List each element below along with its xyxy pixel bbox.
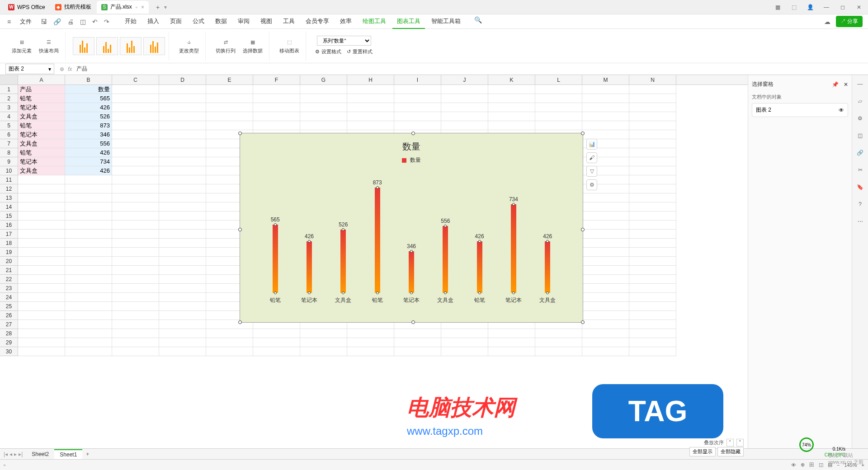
row-header[interactable]: 10 [0,166,18,175]
cell[interactable] [112,94,159,103]
cell[interactable] [112,202,159,212]
link-icon[interactable]: 🔗 [52,16,63,27]
cell[interactable] [112,148,159,157]
cell[interactable] [159,338,206,347]
cell[interactable] [65,184,112,193]
cell[interactable] [582,266,629,275]
hide-all-button[interactable]: 全部隐藏 [717,447,744,456]
cell[interactable] [65,193,112,202]
col-header[interactable]: E [206,75,253,85]
cell[interactable] [18,193,65,202]
cell[interactable] [253,121,300,130]
cell[interactable] [535,94,582,103]
row-header[interactable]: 25 [0,302,18,311]
cell[interactable] [629,166,676,175]
cell[interactable] [18,329,65,338]
cell[interactable] [629,275,676,284]
cell[interactable]: 556 [65,139,112,148]
cell[interactable] [629,311,676,320]
cell[interactable] [65,284,112,293]
first-sheet-icon[interactable]: |◂ [4,451,8,457]
cell[interactable] [629,221,676,230]
bar[interactable] [307,241,312,293]
close-icon[interactable]: × [141,4,144,10]
minimize-button[interactable]: — [821,2,832,13]
change-type-button[interactable]: ⫝ 更改类型 [176,37,202,55]
row-header[interactable]: 6 [0,130,18,139]
move-chart-button[interactable]: ⬚ 移动图表 [277,37,302,55]
cell[interactable] [582,248,629,257]
cell[interactable] [582,193,629,202]
cell[interactable] [112,157,159,166]
cell[interactable] [629,121,676,130]
cell[interactable] [206,347,253,356]
col-header[interactable]: L [535,75,582,85]
switch-rowcol-button[interactable]: ⇄ 切换行列 [213,37,238,55]
quick-layout-button[interactable]: ☰ 快速布局 [36,37,61,55]
cell[interactable] [582,293,629,302]
cell[interactable] [582,275,629,284]
select-tool-icon[interactable]: ▱ [855,96,866,107]
bar-group[interactable]: 526文具盒 [330,221,357,304]
cell[interactable] [300,112,347,121]
cell[interactable] [65,221,112,230]
cell[interactable] [159,257,206,266]
close-window-button[interactable]: ✕ [854,2,864,13]
print-preview-icon[interactable]: ◫ [78,16,88,27]
print-icon[interactable]: 🖨 [66,16,75,27]
file-menu[interactable]: 文件 [15,15,36,28]
tab-menu-icon[interactable]: ▫ [136,4,137,10]
cell[interactable] [112,248,159,257]
row-header[interactable]: 17 [0,230,18,239]
col-header[interactable]: K [488,75,535,85]
cell[interactable]: 笔记本 [18,103,65,112]
chart-title[interactable]: 数量 [240,133,583,153]
cell[interactable] [18,175,65,184]
user-avatar-icon[interactable]: 👤 [805,2,816,13]
cell[interactable] [253,338,300,347]
cell[interactable] [535,329,582,338]
col-header[interactable]: B [65,75,112,85]
cell[interactable]: 526 [65,112,112,121]
chart-elements-button[interactable]: 📊 [586,139,597,150]
bar-group[interactable]: 426文具盒 [534,233,561,304]
cell[interactable] [18,230,65,239]
add-tab-button[interactable]: + [153,3,162,12]
cell[interactable] [347,94,394,103]
cell[interactable] [18,311,65,320]
cell[interactable] [112,230,159,239]
cell[interactable] [582,239,629,248]
col-header[interactable]: M [582,75,629,85]
cell[interactable] [253,329,300,338]
cell[interactable] [65,248,112,257]
row-header[interactable]: 28 [0,329,18,338]
cell[interactable] [300,85,347,94]
cell[interactable] [65,338,112,347]
row-header[interactable]: 18 [0,239,18,248]
cell[interactable] [159,329,206,338]
cell[interactable] [582,284,629,293]
bar-group[interactable]: 873铅笔 [364,179,391,304]
cell[interactable] [535,112,582,121]
cell[interactable] [441,347,488,356]
cell[interactable] [18,202,65,212]
cell[interactable] [582,202,629,212]
cell[interactable] [347,121,394,130]
cell[interactable] [159,94,206,103]
cell[interactable] [159,85,206,94]
cell[interactable] [629,338,676,347]
row-header[interactable]: 9 [0,157,18,166]
cell[interactable] [441,94,488,103]
row-header[interactable]: 27 [0,320,18,329]
cell[interactable] [65,257,112,266]
cell[interactable] [394,85,441,94]
bar[interactable] [409,251,414,293]
bar[interactable] [477,241,482,293]
cell[interactable] [629,266,676,275]
cell[interactable] [159,121,206,130]
cell[interactable] [159,248,206,257]
move-down-icon[interactable]: ˅ [736,439,744,446]
cell[interactable] [582,311,629,320]
cell[interactable] [65,329,112,338]
tab-efficiency[interactable]: 效率 [335,14,356,29]
